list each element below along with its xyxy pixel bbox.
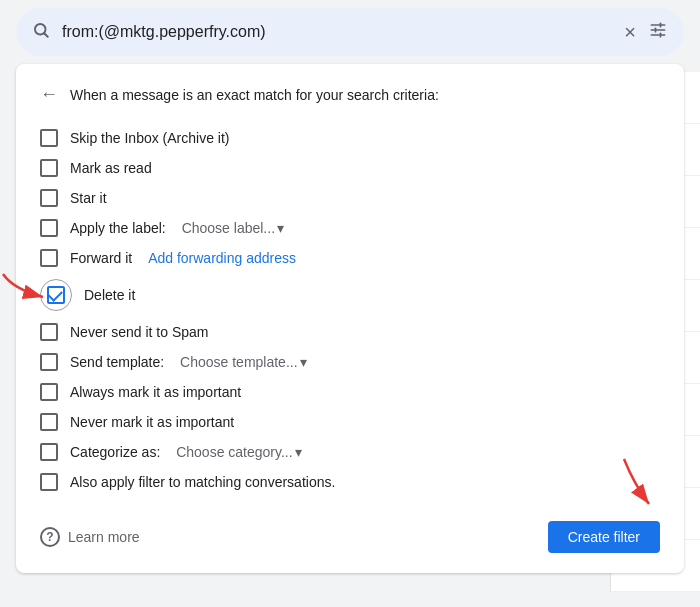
label-select-wrapper[interactable]: Choose label... ▾ [182, 220, 284, 236]
search-clear-button[interactable]: × [624, 21, 636, 44]
option-skip-inbox: Skip the Inbox (Archive it) [40, 123, 660, 153]
label-forward-it: Forward it [70, 250, 136, 266]
back-button[interactable]: ← [40, 84, 58, 105]
svg-line-1 [44, 33, 47, 36]
option-also-apply: Also apply filter to matching conversati… [40, 467, 660, 497]
checkbox-never-spam[interactable] [40, 323, 58, 341]
filter-dialog: ← When a message is an exact match for y… [16, 64, 684, 573]
label-send-template: Send template: [70, 354, 168, 370]
checkbox-skip-inbox[interactable] [40, 129, 58, 147]
criteria-text: When a message is an exact match for you… [70, 87, 439, 103]
checkbox-send-template[interactable] [40, 353, 58, 371]
option-never-spam: Never send it to Spam [40, 317, 660, 347]
checkbox-also-apply[interactable] [40, 473, 58, 491]
option-apply-label: Apply the label: Choose label... ▾ [40, 213, 660, 243]
checkbox-mark-as-read[interactable] [40, 159, 58, 177]
label-never-spam: Never send it to Spam [70, 324, 209, 340]
dialog-footer: ? Learn more Create filter [40, 513, 660, 553]
option-never-important: Never mark it as important [40, 407, 660, 437]
template-select-arrow: ▾ [300, 354, 307, 370]
label-also-apply: Also apply filter to matching conversati… [70, 474, 335, 490]
checkbox-star-it[interactable] [40, 189, 58, 207]
label-categorize: Categorize as: [70, 444, 164, 460]
label-star-it: Star it [70, 190, 107, 206]
checkbox-never-important[interactable] [40, 413, 58, 431]
search-bar[interactable]: from:(@mktg.pepperfry.com) × [16, 8, 684, 56]
checkbox-categorize[interactable] [40, 443, 58, 461]
checkbox-apply-label[interactable] [40, 219, 58, 237]
red-arrow-create [614, 454, 664, 518]
label-apply-label: Apply the label: [70, 220, 170, 236]
option-forward-it: Forward it Add forwarding address [40, 243, 660, 273]
category-select-text: Choose category... [176, 444, 292, 460]
checkbox-always-important[interactable] [40, 383, 58, 401]
learn-more-link[interactable]: ? Learn more [40, 527, 140, 547]
option-always-important: Always mark it as important [40, 377, 660, 407]
add-forwarding-link[interactable]: Add forwarding address [148, 250, 296, 266]
back-row: ← When a message is an exact match for y… [40, 84, 660, 105]
option-star-it: Star it [40, 183, 660, 213]
category-select-arrow: ▾ [295, 444, 302, 460]
label-select-text: Choose label... [182, 220, 275, 236]
label-never-important: Never mark it as important [70, 414, 234, 430]
label-skip-inbox: Skip the Inbox (Archive it) [70, 130, 230, 146]
search-query: from:(@mktg.pepperfry.com) [62, 23, 612, 41]
category-select-wrapper[interactable]: Choose category... ▾ [176, 444, 301, 460]
template-select-text: Choose template... [180, 354, 298, 370]
option-mark-as-read: Mark as read [40, 153, 660, 183]
red-arrow-delete [0, 269, 58, 313]
create-filter-button[interactable]: Create filter [548, 521, 660, 553]
learn-more-label: Learn more [68, 529, 140, 545]
label-always-important: Always mark it as important [70, 384, 241, 400]
label-delete-it: Delete it [84, 287, 135, 303]
search-options-button[interactable] [648, 20, 668, 45]
option-categorize: Categorize as: Choose category... ▾ [40, 437, 660, 467]
help-icon: ? [40, 527, 60, 547]
search-icon [32, 21, 50, 44]
template-select-wrapper[interactable]: Choose template... ▾ [180, 354, 307, 370]
option-send-template: Send template: Choose template... ▾ [40, 347, 660, 377]
label-mark-as-read: Mark as read [70, 160, 152, 176]
checkbox-forward-it[interactable] [40, 249, 58, 267]
option-delete-it: Delete it [40, 273, 660, 317]
options-list: Skip the Inbox (Archive it) Mark as read… [40, 123, 660, 497]
label-select-arrow: ▾ [277, 220, 284, 236]
